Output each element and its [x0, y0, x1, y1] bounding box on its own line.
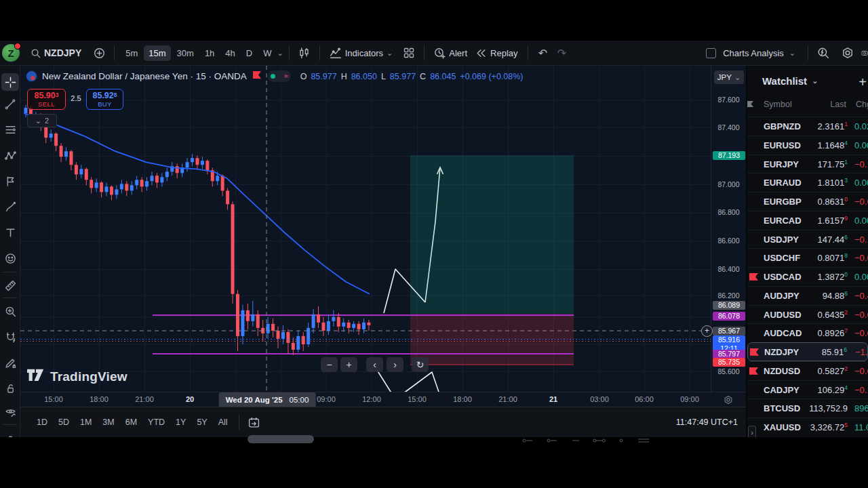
- range-1d[interactable]: 1D: [33, 415, 52, 430]
- market-status-toggle[interactable]: ≈: [268, 70, 291, 82]
- emoji-tool[interactable]: [1, 249, 19, 267]
- lock-tool[interactable]: [1, 380, 19, 397]
- go-to-date-button[interactable]: [245, 413, 264, 432]
- col-symbol[interactable]: Symbol: [764, 100, 792, 109]
- last-cell: 94.886: [823, 291, 848, 301]
- watchlist-row-AUDJPY[interactable]: AUDJPY94.886−0.4: [747, 286, 868, 305]
- flag-icon[interactable]: [750, 348, 759, 357]
- timeframe-15m[interactable]: 15m: [144, 45, 170, 61]
- reset-chart-button[interactable]: ↻: [412, 357, 429, 372]
- crosshair-tool[interactable]: [1, 73, 19, 91]
- timeframe-1h[interactable]: 1h: [200, 45, 219, 61]
- watchlist-row-XAUUSD[interactable]: XAUUSD3,326.72511.0: [747, 418, 868, 436]
- flag-icon[interactable]: [749, 367, 758, 375]
- time-axis[interactable]: 15:0018:0021:002009:0012:0015:0018:0021:…: [20, 392, 711, 407]
- scroll-right-button[interactable]: ›: [387, 357, 403, 372]
- user-avatar[interactable]: Z: [2, 44, 20, 62]
- letterbox-bottom: [0, 437, 868, 488]
- watchlist-expand-button[interactable]: ›: [748, 426, 756, 437]
- alert-button[interactable]: Alert: [430, 43, 471, 62]
- watchlist-row-AUDUSD[interactable]: AUDUSD0.64352−0.00: [747, 305, 868, 324]
- undo-button[interactable]: ↶: [534, 43, 553, 62]
- range-1y[interactable]: 1Y: [172, 415, 190, 430]
- range-5d[interactable]: 5D: [54, 415, 73, 430]
- compare-add-button[interactable]: [90, 43, 108, 62]
- zoom-in-tool[interactable]: [1, 302, 19, 320]
- watchlist-row-EURGBP[interactable]: EURGBP0.86310−0.00: [747, 192, 868, 211]
- range-all[interactable]: All: [214, 415, 232, 430]
- charts-analysis-checkbox[interactable]: [706, 48, 716, 58]
- crosshair-date-tooltip: Wed 20 Aug '2505:00: [219, 392, 316, 407]
- collapse-indicators-button[interactable]: ⌄ 2: [27, 114, 57, 127]
- range-1m[interactable]: 1M: [76, 415, 96, 430]
- fib-retracement-tool[interactable]: [1, 121, 19, 138]
- sell-button[interactable]: 85.903 SELL: [27, 89, 66, 110]
- timeframe-W[interactable]: W: [258, 45, 276, 61]
- currency-dropdown[interactable]: JPY ⌄: [714, 70, 744, 84]
- zoom-in-button[interactable]: +: [340, 357, 357, 372]
- range-3m[interactable]: 3M: [98, 415, 118, 430]
- last-cell: 1.61579: [818, 216, 848, 226]
- symbol-search-button[interactable]: NZDJPY: [26, 43, 85, 62]
- magnet-tool[interactable]: [1, 328, 19, 346]
- flag-icon[interactable]: [253, 71, 261, 81]
- chevron-down-icon[interactable]: ⌄: [789, 49, 795, 57]
- watchlist-row-NZDJPY[interactable]: NZDJPY85.916−1.0: [747, 342, 868, 361]
- watchlist-row-EURAUD[interactable]: EURAUD1.810130.005: [747, 173, 868, 192]
- zoom-out-button[interactable]: −: [321, 357, 338, 372]
- timeframe-4h[interactable]: 4h: [220, 45, 239, 61]
- watchlist-row-CADJPY[interactable]: CADJPY106.294−0.1: [747, 380, 868, 399]
- watchlist-row-BTCUSD[interactable]: BTCUSD113,752.9896: [747, 399, 868, 418]
- last-cell: 0.64352: [818, 310, 848, 320]
- quick-search-button[interactable]: [814, 43, 833, 62]
- range-ytd[interactable]: YTD: [144, 415, 169, 430]
- col-last[interactable]: Last: [830, 100, 846, 109]
- symbol-title[interactable]: New Zealand Dollar / Japanese Yen · 15 ·…: [42, 71, 247, 81]
- add-alert-plus-button[interactable]: +: [701, 325, 713, 337]
- price-axis[interactable]: JPY ⌄ 87.60087.40087.00086.80086.60086.4…: [711, 66, 746, 392]
- watchlist-row-USDCHF[interactable]: USDCHF0.80718−0.00: [747, 248, 868, 267]
- col-chg[interactable]: Chg: [856, 100, 868, 109]
- settings-button[interactable]: [838, 43, 857, 62]
- layout-grid-button[interactable]: [399, 43, 418, 62]
- price-label-86.089: 86.089: [713, 301, 745, 310]
- watchlist-row-NZDUSD[interactable]: NZDUSD0.58272−0.00: [747, 361, 868, 380]
- watchlist-row-EURJPY[interactable]: EURJPY171.751−0.1: [747, 155, 868, 174]
- watchlist-add-button[interactable]: +: [859, 75, 867, 90]
- watchlist-row-EURUSD[interactable]: EURUSD1.164840.000: [747, 136, 868, 155]
- symbol-cell: EURAUD: [764, 178, 802, 188]
- watchlist-row-USDCAD[interactable]: USDCAD1.387200.000: [747, 267, 868, 286]
- fullscreen-button[interactable]: [861, 43, 868, 62]
- axis-settings-corner[interactable]: [711, 392, 746, 407]
- buy-button[interactable]: 85.928 BUY: [86, 89, 123, 110]
- watchlist-title[interactable]: Watchlist ⌄: [762, 75, 818, 87]
- brush-tool[interactable]: [1, 198, 19, 216]
- clock[interactable]: 11:47:49 UTC+1: [676, 418, 738, 427]
- range-5y[interactable]: 5Y: [193, 415, 211, 430]
- flag-icon[interactable]: [749, 273, 758, 281]
- watchlist-row-AUDCAD[interactable]: AUDCAD0.89267−0.00: [747, 323, 868, 342]
- watchlist-row-GBPNZD[interactable]: GBPNZD2.316110.026: [747, 117, 868, 136]
- chart-style-button[interactable]: [295, 43, 314, 62]
- replay-button[interactable]: Replay: [471, 43, 521, 62]
- flag-filter-icon[interactable]: [746, 101, 753, 109]
- chevron-down-icon[interactable]: ⌄: [277, 49, 283, 57]
- ruler-tool[interactable]: [1, 277, 19, 294]
- text-tool[interactable]: [1, 224, 19, 241]
- timeframe-30m[interactable]: 30m: [172, 45, 199, 61]
- hide-drawings-tool[interactable]: [1, 403, 19, 421]
- draw-pencil-tool[interactable]: [1, 354, 19, 371]
- approx-icon: ≈: [284, 73, 288, 80]
- trend-line-tool[interactable]: [1, 95, 19, 113]
- redo-button[interactable]: ↷: [553, 43, 572, 62]
- range-6m[interactable]: 6M: [121, 415, 141, 430]
- indicators-button[interactable]: Indicators ⌄: [326, 43, 397, 62]
- watchlist-row-EURCAD[interactable]: EURCAD1.615790.000: [747, 211, 868, 230]
- change-cell: −1.0: [855, 347, 868, 357]
- watchlist-row-USDJPY[interactable]: USDJPY147.446−0.1: [747, 230, 868, 249]
- timeframe-5m[interactable]: 5m: [121, 45, 142, 61]
- xabcd-pattern-tool[interactable]: [1, 146, 19, 164]
- scroll-left-button[interactable]: ‹: [366, 357, 383, 372]
- prediction-tool[interactable]: [1, 172, 19, 190]
- timeframe-D[interactable]: D: [241, 45, 257, 61]
